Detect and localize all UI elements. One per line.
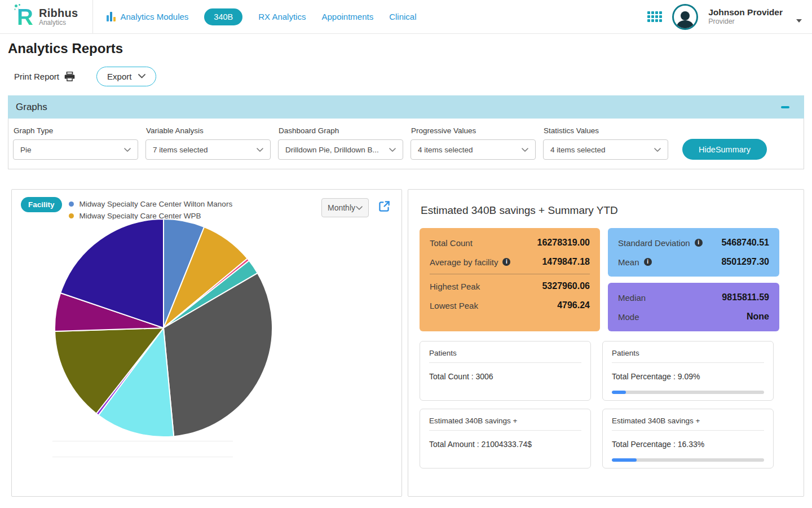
person-silhouette-icon (675, 9, 695, 28)
nav-item-clinical[interactable]: Clinical (389, 12, 416, 21)
filter-select[interactable]: 4 items selected (543, 139, 668, 160)
filter-label: Progressive Values (411, 126, 536, 135)
chevron-down-icon (356, 206, 363, 210)
avatar[interactable] (672, 4, 698, 30)
chevron-down-icon (257, 148, 263, 152)
expand-icon (377, 199, 391, 214)
stat-value: 5468740.51 (721, 238, 769, 248)
bar-chart-icon (107, 12, 116, 21)
stat-value: 9815811.59 (722, 292, 769, 303)
stat-label: Mode (618, 312, 639, 322)
graphs-panel-header[interactable]: Graphs (8, 95, 804, 119)
stat-label: Total Count (430, 238, 473, 248)
stat-row: Average by facilityi1479847.18 (430, 252, 590, 271)
summary-title: Estimated 340B savings + Summary YTD (421, 204, 792, 217)
collapse-minus-icon[interactable] (781, 106, 789, 108)
apps-grid-icon[interactable] (647, 11, 662, 22)
mini-card: PatientsTotal Percentage : 9.09% (602, 341, 774, 401)
filter-label: Variable Analysis (146, 126, 271, 135)
legend-pagination-line (52, 457, 233, 457)
filter-select[interactable]: 7 items selected (145, 139, 271, 160)
filter-label: Statistics Values (544, 126, 668, 135)
legend-item[interactable]: Midway Specialty Care Center Wilton Mano… (69, 198, 321, 210)
facility-badge[interactable]: Facility (21, 197, 62, 212)
chevron-down-icon (522, 148, 528, 152)
hide-summary-button[interactable]: HideSummary (682, 139, 767, 160)
mini-card: Estimated 340B savings +Total Amount : 2… (420, 409, 591, 468)
user-name: Johnson Provider (708, 7, 783, 17)
progress-fill (612, 391, 626, 394)
stat-label: Meani (618, 257, 652, 267)
filter-select-value: Pie (20, 146, 32, 154)
facility-pie-card: Facility Midway Specialty Care Center Wi… (11, 189, 402, 497)
page-title: Analytics Reports (8, 41, 812, 56)
mini-card-value: Total Percentage : 16.33% (612, 440, 764, 449)
nav-item-rx-analytics[interactable]: RX Analytics (258, 12, 306, 21)
chevron-down-icon (654, 148, 661, 152)
mini-card-title: Estimated 340B savings + (429, 417, 581, 431)
stat-label: Average by facilityi (430, 257, 510, 267)
mini-card: Estimated 340B savings +Total Percentage… (602, 409, 774, 468)
brand-logo[interactable]: R Ribhus Analytics (17, 6, 78, 28)
main-nav: Analytics Modules340BRX AnalyticsAppoint… (107, 8, 416, 25)
period-select-value: Monthly (328, 203, 355, 212)
expand-chart-button[interactable] (377, 199, 391, 216)
legend-pagination-line (52, 441, 233, 441)
chevron-down-icon (124, 148, 131, 152)
stat-label: Standard Deviationi (618, 238, 703, 248)
export-label: Export (107, 72, 131, 81)
stat-row: Lowest Peak4796.24 (430, 296, 590, 315)
legend-label: Midway Specialty Care Center Wilton Mano… (80, 200, 233, 208)
info-icon[interactable]: i (695, 239, 703, 247)
nav-divider (92, 0, 93, 33)
progress-bar (612, 391, 764, 394)
stat-divider (430, 274, 590, 274)
stat-value: 5327960.06 (542, 281, 590, 291)
filter-select[interactable]: Drilldown Pie, Drilldown B... (278, 139, 403, 160)
stat-box-deviation: Standard Deviationi5468740.51Meani850129… (608, 228, 779, 277)
top-navbar: R Ribhus Analytics Analytics Modules340B… (0, 0, 812, 34)
stat-row: Median9815811.59 (618, 288, 769, 307)
mini-card-value: Total Count : 3006 (429, 372, 581, 381)
print-report-button[interactable]: Print Report (14, 72, 75, 81)
user-role: Provider (708, 17, 783, 27)
export-button[interactable]: Export (96, 67, 156, 86)
stat-label: Highest Peak (430, 282, 480, 291)
graphs-panel-title: Graphs (16, 102, 47, 113)
stat-row: Meani8501297.30 (618, 252, 769, 271)
filter-label: Dashboard Graph (279, 126, 403, 135)
progress-bar (612, 458, 764, 462)
user-menu[interactable]: Johnson Provider Provider (708, 7, 783, 27)
nav-item-label: 340B (214, 12, 233, 21)
info-icon[interactable]: i (502, 258, 510, 266)
nav-item-appointments[interactable]: Appointments (321, 12, 373, 21)
filter-select[interactable]: 4 items selected (411, 139, 536, 160)
period-select[interactable]: Monthly (321, 198, 369, 217)
nav-item-label: Analytics Modules (120, 12, 188, 21)
info-icon[interactable]: i (644, 258, 652, 266)
nav-item-label: RX Analytics (258, 12, 306, 21)
nav-item-label: Appointments (321, 12, 373, 21)
nav-item-analytics-modules[interactable]: Analytics Modules (107, 12, 188, 21)
stat-label: Lowest Peak (430, 301, 478, 310)
stat-box-median: Median9815811.59ModeNone (608, 283, 779, 331)
stat-value: 8501297.30 (721, 257, 769, 267)
filter-select-value: 4 items selected (550, 146, 606, 154)
brand-name: Ribhus (39, 7, 78, 19)
stat-box-peaks: Total Count16278319.00Average by facilit… (420, 228, 600, 331)
brand-mark-icon: R (17, 6, 33, 28)
filter-label: Graph Type (14, 126, 138, 135)
brand-subtitle: Analytics (39, 19, 78, 27)
filter-select[interactable]: Pie (13, 139, 138, 160)
mini-card-title: Estimated 340B savings + (612, 417, 764, 431)
filter-panel: Graph TypePieVariable Analysis7 items se… (8, 119, 804, 169)
stat-value: 4796.24 (557, 300, 590, 310)
progress-fill (612, 458, 637, 462)
mini-card-title: Patients (429, 349, 581, 363)
nav-item-340b[interactable]: 340B (204, 8, 242, 25)
chevron-down-icon[interactable] (796, 19, 802, 23)
nav-item-label: Clinical (389, 12, 416, 21)
legend-dot-icon (69, 202, 74, 207)
stat-row: Highest Peak5327960.06 (430, 277, 590, 296)
facility-pie-chart (51, 215, 276, 441)
